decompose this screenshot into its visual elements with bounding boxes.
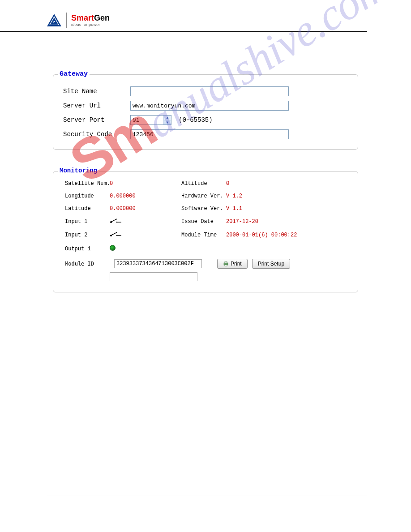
server-port-label: Server Port <box>63 116 130 124</box>
server-port-spinner[interactable]: ▲ ▼ <box>163 116 171 124</box>
altitude-label: Altitude <box>181 180 226 187</box>
svg-line-9 <box>111 232 117 235</box>
latitude-value: 0.000000 <box>110 206 181 212</box>
print-setup-button[interactable]: Print Setup <box>252 259 290 269</box>
gateway-legend: Gateway <box>58 70 90 78</box>
issue-date-label: Issue Date <box>181 219 226 225</box>
svg-point-11 <box>116 235 117 236</box>
svg-line-5 <box>111 219 117 222</box>
module-time-value: 2000-01-01(6) 00:00:22 <box>226 232 346 238</box>
print-button-label: Print <box>231 261 242 267</box>
altitude-value: 0 <box>226 180 346 187</box>
print-button[interactable]: Print <box>217 259 248 269</box>
hardware-ver-value: V 1.2 <box>226 193 346 199</box>
module-time-label: Module Time <box>181 232 226 238</box>
svg-text:Z: Z <box>53 20 56 24</box>
security-code-label: Security Code <box>63 131 130 138</box>
hardware-ver-label: Hardware Ver. <box>181 193 226 199</box>
software-ver-value: V 1.1 <box>226 206 346 212</box>
output1-label: Output 1 <box>65 246 110 252</box>
input2-label: Input 2 <box>65 232 110 238</box>
latitude-label: Latitude <box>65 206 110 212</box>
company-logo-icon: Z <box>47 13 62 27</box>
header-divider <box>66 13 67 28</box>
satellite-num-label: Satellite Num. <box>65 180 110 187</box>
spinner-down-icon[interactable]: ▼ <box>164 120 171 125</box>
svg-rect-13 <box>225 262 227 263</box>
software-ver-label: Software Ver. <box>181 206 226 212</box>
svg-rect-14 <box>225 265 227 266</box>
module-id-label: Module ID <box>65 261 110 267</box>
site-name-input[interactable] <box>130 86 289 96</box>
monitoring-group: Monitoring Satellite Num. 0 Altitude 0 L… <box>53 171 358 292</box>
server-url-input[interactable] <box>130 101 289 111</box>
satellite-num-value: 0 <box>110 180 181 187</box>
brand-text: SmartGen ideas for power <box>71 14 110 27</box>
brand-prefix: Smart <box>71 13 94 22</box>
footer-rule <box>47 495 367 495</box>
input1-label: Input 1 <box>65 219 110 225</box>
server-port-hint: (0-65535) <box>179 116 213 124</box>
brand-suffix: Gen <box>94 13 110 22</box>
brand-tagline: ideas for power <box>71 23 110 27</box>
page-header: Z SmartGen ideas for power <box>0 0 367 32</box>
server-url-label: Server Url <box>63 102 130 109</box>
printer-icon <box>223 261 229 266</box>
gateway-group: Gateway Site Name Server Url Server Port… <box>53 74 358 150</box>
site-name-label: Site Name <box>63 88 130 95</box>
svg-point-7 <box>116 222 117 223</box>
longitude-label: Longitude <box>65 193 110 199</box>
input2-switch-icon <box>110 232 181 239</box>
output1-led-icon <box>110 245 181 253</box>
security-code-input[interactable] <box>130 129 289 139</box>
monitoring-legend: Monitoring <box>58 167 99 174</box>
issue-date-value: 2017-12-20 <box>226 219 346 225</box>
longitude-value: 0.000000 <box>110 193 181 199</box>
module-id-field[interactable] <box>114 259 202 268</box>
input1-switch-icon <box>110 218 181 225</box>
extra-readonly-field[interactable] <box>110 272 197 281</box>
print-setup-button-label: Print Setup <box>258 261 284 267</box>
spinner-up-icon[interactable]: ▲ <box>164 116 171 120</box>
